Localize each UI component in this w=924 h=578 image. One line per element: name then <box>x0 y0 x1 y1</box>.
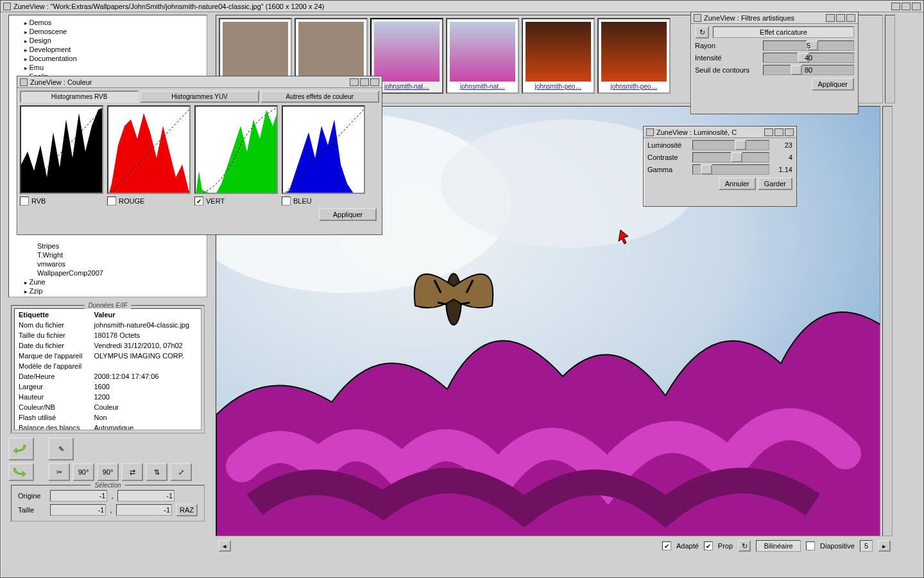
thumbnail-item[interactable]: johnsmith-peo… <box>597 18 671 94</box>
cycle-button[interactable]: ↻ <box>738 540 751 552</box>
close-icon[interactable] <box>694 14 701 22</box>
rvb-checkbox[interactable] <box>20 197 29 206</box>
origin-x-field[interactable]: -1 <box>50 490 107 502</box>
depth-button[interactable] <box>912 3 921 10</box>
prop-checkbox[interactable]: ✔ <box>704 541 713 550</box>
sysmenu-icon[interactable] <box>3 3 11 10</box>
main-title: ZuneView : "Work:Extras/Wallpapers/JohnS… <box>13 3 889 10</box>
artistic-window: ZuneView : Filtres artistiques ↻ Effet c… <box>690 12 859 114</box>
art-apply-button[interactable]: Appliquer <box>812 78 854 91</box>
image-vscroll[interactable] <box>882 106 893 536</box>
green-checkbox[interactable]: ✔ <box>194 197 203 206</box>
size-w-field[interactable]: -1 <box>50 504 106 516</box>
undo-button[interactable] <box>8 437 34 460</box>
intensite-slider[interactable]: 40 <box>763 53 854 63</box>
zoom-button[interactable] <box>902 3 911 10</box>
lum-titlebar[interactable]: ZuneView : Luminosité, C <box>644 127 796 138</box>
flip-v-button[interactable]: ⇅ <box>146 463 167 481</box>
main-titlebar[interactable]: ZuneView : "Work:Extras/Wallpapers/JohnS… <box>1 1 923 12</box>
luminosity-slider[interactable] <box>692 140 769 150</box>
toolbar: ✎ ✂ 90° 90° ⇄ ⇅ ⤢ <box>8 437 207 481</box>
lum-cancel-button[interactable]: Annuler <box>719 177 756 190</box>
exif-table: EtiquetteValeur Nom du fichierjohnsmith-… <box>14 308 201 430</box>
scroll-left-button[interactable]: ◂ <box>218 540 231 552</box>
size-h-field[interactable]: -1 <box>116 504 172 516</box>
effect-cycle-button[interactable]: ↻ <box>695 26 709 39</box>
tab-rgb[interactable]: Histogrammes RVB <box>20 91 139 103</box>
filter-selector[interactable]: Bilinéaire <box>756 540 801 552</box>
thumb-scroll[interactable] <box>885 15 895 103</box>
adapte-checkbox[interactable]: ✔ <box>662 541 671 550</box>
gamma-slider[interactable] <box>692 164 769 175</box>
color-titlebar[interactable]: ZuneView : Couleur <box>17 76 382 88</box>
color-apply-button[interactable]: Appliquer <box>319 208 377 221</box>
histogram-rvb[interactable] <box>20 105 103 194</box>
blue-checkbox[interactable] <box>282 197 291 206</box>
exif-panel: Données E/IF EtiquetteValeur Nom du fich… <box>11 305 205 434</box>
close-icon[interactable] <box>646 128 654 136</box>
rotate-ccw-button[interactable]: 90° <box>73 463 94 481</box>
tab-other[interactable]: Autres effets de couleur <box>261 91 379 103</box>
histogram-red[interactable] <box>107 105 191 194</box>
seuil-slider[interactable]: 80 <box>763 65 854 75</box>
art-titlebar[interactable]: ZuneView : Filtres artistiques <box>691 12 858 24</box>
rayon-slider[interactable]: 5 <box>763 40 854 51</box>
histogram-blue[interactable] <box>282 105 365 194</box>
flip-h-button[interactable]: ⇄ <box>121 463 143 481</box>
status-bar: ◂ ✔ Adapté ✔ Prop ↻ Bilinéaire Diapositi… <box>216 539 893 553</box>
thumbnail-item[interactable]: johnsmith-nat… <box>446 18 519 94</box>
red-checkbox[interactable] <box>107 197 116 206</box>
rotate-cw-button[interactable]: 90° <box>97 463 119 481</box>
selection-panel: Sélection Origine -1 , -1 Taille -1 , -1… <box>11 485 205 521</box>
contrast-slider[interactable] <box>692 152 769 162</box>
tab-yuv[interactable]: Histogrammes YUV <box>140 91 259 103</box>
diapo-value[interactable]: 5 <box>860 540 873 552</box>
color-window: ZuneView : Couleur Histogrammes RVB Hist… <box>17 76 382 235</box>
histogram-green[interactable] <box>194 105 278 194</box>
origin-y-field[interactable]: -1 <box>117 490 175 502</box>
resize-button[interactable]: ⤢ <box>170 463 192 481</box>
effect-selector[interactable]: Effet caricature <box>713 26 854 38</box>
iconify-button[interactable] <box>891 3 900 10</box>
diapo-checkbox[interactable] <box>806 541 815 550</box>
luminosity-window: ZuneView : Luminosité, C Luminosité23 Co… <box>643 126 797 207</box>
crop-button[interactable]: ✂ <box>48 463 70 481</box>
scroll-right-button[interactable]: ▸ <box>878 540 891 552</box>
raz-button[interactable]: RAZ <box>176 504 198 516</box>
pointer-button[interactable]: ✎ <box>48 437 74 460</box>
redo-button[interactable] <box>8 463 34 481</box>
lum-keep-button[interactable]: Garder <box>758 177 792 190</box>
thumbnail-item[interactable]: johnsmith-peo… <box>522 18 595 94</box>
close-icon[interactable] <box>20 78 28 86</box>
